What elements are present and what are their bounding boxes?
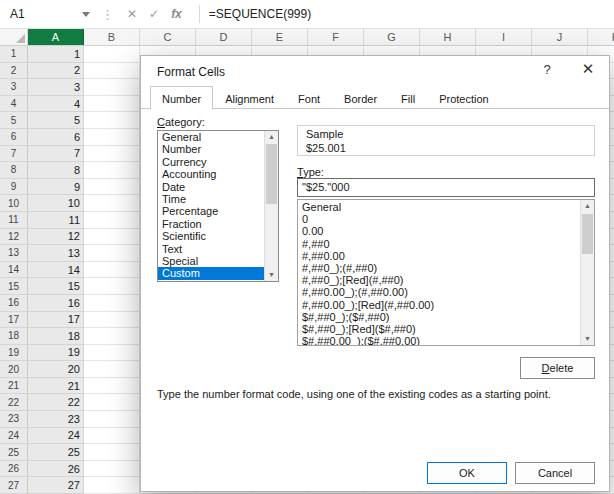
row-header-10[interactable]: 10 [0, 195, 28, 212]
cell-B13[interactable] [84, 245, 140, 262]
column-header-J[interactable]: J [532, 29, 588, 45]
cell-A4[interactable]: 4 [28, 96, 84, 113]
row-header-13[interactable]: 13 [0, 245, 28, 262]
format-list-scrollbar[interactable]: ▲ ▼ [580, 200, 594, 345]
row-header-17[interactable]: 17 [0, 312, 28, 329]
cancel-entry-icon[interactable]: ✕ [127, 7, 137, 21]
category-currency[interactable]: Currency [158, 156, 264, 168]
column-header-K[interactable]: K [588, 29, 614, 45]
category-scientific[interactable]: Scientific [158, 230, 264, 242]
cell-B21[interactable] [84, 378, 140, 395]
tab-font[interactable]: Font [286, 88, 332, 110]
cell-B23[interactable] [84, 411, 140, 428]
row-header-9[interactable]: 9 [0, 179, 28, 196]
category-time[interactable]: Time [158, 193, 264, 205]
row-header-5[interactable]: 5 [0, 112, 28, 129]
cell-B12[interactable] [84, 229, 140, 246]
cell-A11[interactable]: 11 [28, 212, 84, 229]
cell-A6[interactable]: 6 [28, 129, 84, 146]
cell-B26[interactable] [84, 461, 140, 478]
cell-B9[interactable] [84, 179, 140, 196]
scroll-down-icon[interactable]: ▼ [265, 269, 278, 281]
cell-A21[interactable]: 21 [28, 378, 84, 395]
scroll-up-icon[interactable]: ▲ [265, 131, 278, 143]
tab-alignment[interactable]: Alignment [213, 88, 286, 110]
cell-B18[interactable] [84, 328, 140, 345]
row-header-26[interactable]: 26 [0, 461, 28, 478]
cell-A3[interactable]: 3 [28, 79, 84, 96]
cell-A5[interactable]: 5 [28, 112, 84, 129]
cell-B16[interactable] [84, 295, 140, 312]
row-header-16[interactable]: 16 [0, 295, 28, 312]
scroll-up-icon[interactable]: ▲ [581, 200, 594, 212]
chevron-down-icon[interactable] [82, 12, 90, 17]
format-code-item[interactable]: 0 [298, 213, 580, 225]
row-header-20[interactable]: 20 [0, 361, 28, 378]
cell-B6[interactable] [84, 129, 140, 146]
category-listbox[interactable]: GeneralNumberCurrencyAccountingDateTimeP… [157, 130, 279, 282]
category-scrollbar[interactable]: ▲ ▼ [264, 131, 278, 281]
row-header-3[interactable]: 3 [0, 79, 28, 96]
cell-A14[interactable]: 14 [28, 262, 84, 279]
row-header-24[interactable]: 24 [0, 428, 28, 445]
cell-B24[interactable] [84, 428, 140, 445]
cell-A10[interactable]: 10 [28, 195, 84, 212]
format-code-item[interactable]: #,##0.00_);[Red](#,##0.00) [298, 299, 580, 311]
cell-B11[interactable] [84, 212, 140, 229]
category-general[interactable]: General [158, 131, 264, 143]
tab-fill[interactable]: Fill [389, 88, 427, 110]
scrollbar-thumb[interactable] [582, 214, 593, 254]
column-header-B[interactable]: B [84, 29, 140, 45]
tab-protection[interactable]: Protection [427, 88, 501, 110]
format-code-item[interactable]: General [298, 201, 580, 213]
row-header-8[interactable]: 8 [0, 162, 28, 179]
cell-B3[interactable] [84, 79, 140, 96]
category-custom[interactable]: Custom [158, 267, 264, 279]
cell-A1[interactable]: 1 [28, 46, 84, 63]
row-header-7[interactable]: 7 [0, 146, 28, 163]
name-box[interactable]: A1 [0, 0, 96, 28]
row-header-22[interactable]: 22 [0, 394, 28, 411]
column-header-D[interactable]: D [196, 29, 252, 45]
cell-B4[interactable] [84, 96, 140, 113]
cell-A23[interactable]: 23 [28, 411, 84, 428]
row-header-11[interactable]: 11 [0, 212, 28, 229]
cancel-button[interactable]: Cancel [515, 462, 595, 484]
format-code-item[interactable]: #,##0 [298, 238, 580, 250]
scrollbar-thumb[interactable] [266, 144, 277, 204]
cell-B20[interactable] [84, 361, 140, 378]
cell-B15[interactable] [84, 278, 140, 295]
cell-A26[interactable]: 26 [28, 461, 84, 478]
category-special[interactable]: Special [158, 255, 264, 267]
cell-B19[interactable] [84, 345, 140, 362]
tab-border[interactable]: Border [332, 88, 389, 110]
row-header-19[interactable]: 19 [0, 345, 28, 362]
cell-A24[interactable]: 24 [28, 428, 84, 445]
cell-A25[interactable]: 25 [28, 444, 84, 461]
scroll-down-icon[interactable]: ▼ [581, 333, 594, 345]
cell-B10[interactable] [84, 195, 140, 212]
format-code-item[interactable]: $#,##0_);[Red]($#,##0) [298, 323, 580, 335]
format-code-item[interactable]: #,##0_);[Red](#,##0) [298, 274, 580, 286]
cell-A2[interactable]: 2 [28, 63, 84, 80]
row-header-12[interactable]: 12 [0, 229, 28, 246]
cell-A7[interactable]: 7 [28, 146, 84, 163]
insert-function-icon[interactable]: fx [171, 7, 182, 21]
row-header-21[interactable]: 21 [0, 378, 28, 395]
delete-button[interactable]: Delete [520, 357, 595, 379]
column-header-F[interactable]: F [308, 29, 364, 45]
format-code-item[interactable]: #,##0.00 [298, 250, 580, 262]
row-header-1[interactable]: 1 [0, 46, 28, 63]
cell-B5[interactable] [84, 112, 140, 129]
row-header-6[interactable]: 6 [0, 129, 28, 146]
category-date[interactable]: Date [158, 181, 264, 193]
ok-button[interactable]: OK [427, 462, 507, 484]
format-code-item[interactable]: #,##0_);(#,##0) [298, 262, 580, 274]
cell-B22[interactable] [84, 394, 140, 411]
formula-input[interactable]: =SEQUENCE(999) [209, 7, 311, 21]
cell-B25[interactable] [84, 444, 140, 461]
cell-A22[interactable]: 22 [28, 394, 84, 411]
row-header-23[interactable]: 23 [0, 411, 28, 428]
row-header-18[interactable]: 18 [0, 328, 28, 345]
cell-A13[interactable]: 13 [28, 245, 84, 262]
